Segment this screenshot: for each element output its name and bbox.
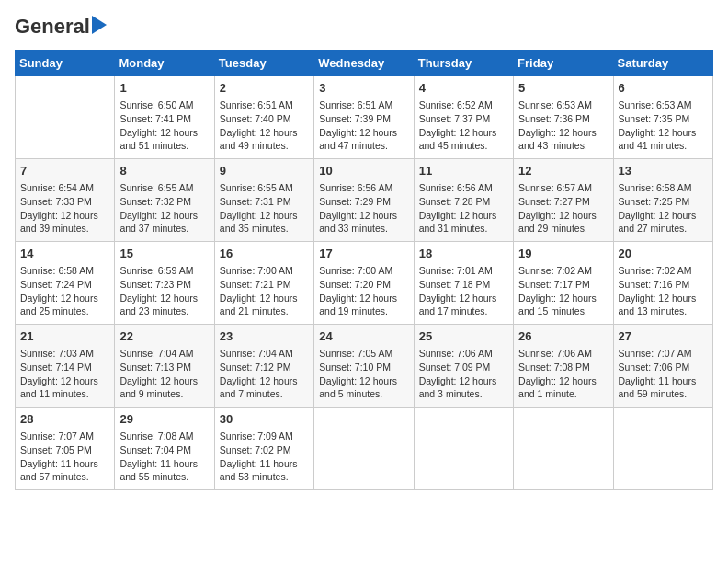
day-number: 15 — [119, 246, 209, 262]
calendar-cell: 8Sunrise: 6:55 AM Sunset: 7:32 PM Daylig… — [115, 159, 214, 242]
cell-info: Sunrise: 6:55 AM Sunset: 7:31 PM Dayligh… — [220, 181, 309, 236]
calendar-cell — [414, 408, 513, 490]
calendar-cell: 21Sunrise: 7:03 AM Sunset: 7:14 PM Dayli… — [16, 325, 115, 408]
calendar-table: SundayMondayTuesdayWednesdayThursdayFrid… — [15, 50, 713, 490]
cell-info: Sunrise: 6:57 AM Sunset: 7:27 PM Dayligh… — [518, 181, 608, 236]
cell-info: Sunrise: 6:51 AM Sunset: 7:39 PM Dayligh… — [319, 98, 408, 153]
cell-info: Sunrise: 7:04 AM Sunset: 7:13 PM Dayligh… — [119, 347, 209, 401]
cell-info: Sunrise: 6:58 AM Sunset: 7:24 PM Dayligh… — [20, 264, 109, 318]
calendar-cell: 3Sunrise: 6:51 AM Sunset: 7:39 PM Daylig… — [314, 76, 414, 159]
cell-info: Sunrise: 6:58 AM Sunset: 7:25 PM Dayligh… — [619, 181, 708, 236]
calendar-cell — [613, 408, 712, 490]
day-number: 9 — [220, 163, 309, 179]
calendar-cell: 2Sunrise: 6:51 AM Sunset: 7:40 PM Daylig… — [214, 76, 313, 159]
day-number: 11 — [419, 163, 508, 179]
day-number: 20 — [619, 246, 708, 262]
calendar-cell: 24Sunrise: 7:05 AM Sunset: 7:10 PM Dayli… — [314, 325, 414, 408]
day-number: 10 — [319, 163, 408, 179]
day-number: 18 — [419, 246, 508, 262]
day-header-sunday: Sunday — [16, 51, 115, 76]
cell-info: Sunrise: 6:50 AM Sunset: 7:41 PM Dayligh… — [119, 98, 209, 153]
calendar-cell: 11Sunrise: 6:56 AM Sunset: 7:28 PM Dayli… — [414, 159, 513, 242]
calendar-week-2: 7Sunrise: 6:54 AM Sunset: 7:33 PM Daylig… — [16, 159, 713, 242]
calendar-cell — [16, 76, 115, 159]
cell-info: Sunrise: 7:06 AM Sunset: 7:08 PM Dayligh… — [518, 347, 608, 401]
calendar-cell: 12Sunrise: 6:57 AM Sunset: 7:27 PM Dayli… — [514, 159, 613, 242]
cell-info: Sunrise: 7:06 AM Sunset: 7:09 PM Dayligh… — [419, 347, 508, 401]
calendar-cell: 27Sunrise: 7:07 AM Sunset: 7:06 PM Dayli… — [613, 325, 712, 408]
logo-arrow-icon — [92, 16, 107, 38]
calendar-week-4: 21Sunrise: 7:03 AM Sunset: 7:14 PM Dayli… — [16, 325, 713, 408]
day-header-monday: Monday — [115, 51, 214, 76]
cell-info: Sunrise: 7:09 AM Sunset: 7:02 PM Dayligh… — [220, 430, 309, 484]
day-header-wednesday: Wednesday — [314, 51, 414, 76]
calendar-cell: 23Sunrise: 7:04 AM Sunset: 7:12 PM Dayli… — [214, 325, 313, 408]
day-number: 5 — [518, 80, 608, 97]
day-number: 16 — [220, 246, 309, 262]
cell-info: Sunrise: 7:08 AM Sunset: 7:04 PM Dayligh… — [119, 430, 209, 484]
calendar-cell: 19Sunrise: 7:02 AM Sunset: 7:17 PM Dayli… — [514, 242, 613, 325]
day-number: 17 — [319, 246, 408, 262]
day-number: 23 — [220, 328, 309, 345]
cell-info: Sunrise: 6:53 AM Sunset: 7:36 PM Dayligh… — [518, 98, 608, 153]
logo: General — [15, 15, 107, 39]
calendar-cell: 28Sunrise: 7:07 AM Sunset: 7:05 PM Dayli… — [16, 408, 115, 490]
day-number: 1 — [119, 80, 209, 97]
cell-info: Sunrise: 6:54 AM Sunset: 7:33 PM Dayligh… — [20, 181, 109, 236]
cell-info: Sunrise: 6:51 AM Sunset: 7:40 PM Dayligh… — [220, 98, 309, 153]
calendar-cell: 16Sunrise: 7:00 AM Sunset: 7:21 PM Dayli… — [214, 242, 313, 325]
day-number: 14 — [20, 246, 109, 262]
calendar-week-1: 1Sunrise: 6:50 AM Sunset: 7:41 PM Daylig… — [16, 76, 713, 159]
page-header: General — [15, 15, 713, 39]
calendar-cell: 13Sunrise: 6:58 AM Sunset: 7:25 PM Dayli… — [613, 159, 712, 242]
cell-info: Sunrise: 7:00 AM Sunset: 7:20 PM Dayligh… — [319, 264, 408, 318]
calendar-cell: 15Sunrise: 6:59 AM Sunset: 7:23 PM Dayli… — [115, 242, 214, 325]
cell-info: Sunrise: 7:07 AM Sunset: 7:06 PM Dayligh… — [619, 347, 708, 401]
cell-info: Sunrise: 7:01 AM Sunset: 7:18 PM Dayligh… — [419, 264, 508, 318]
cell-info: Sunrise: 7:02 AM Sunset: 7:16 PM Dayligh… — [619, 264, 708, 318]
day-header-saturday: Saturday — [613, 51, 712, 76]
day-number: 27 — [619, 328, 708, 345]
day-number: 25 — [419, 328, 508, 345]
logo-general: General — [15, 15, 90, 39]
day-number: 2 — [220, 80, 309, 97]
day-number: 22 — [119, 328, 209, 345]
calendar-cell: 14Sunrise: 6:58 AM Sunset: 7:24 PM Dayli… — [16, 242, 115, 325]
calendar-cell: 30Sunrise: 7:09 AM Sunset: 7:02 PM Dayli… — [214, 408, 313, 490]
calendar-cell: 22Sunrise: 7:04 AM Sunset: 7:13 PM Dayli… — [115, 325, 214, 408]
calendar-cell: 7Sunrise: 6:54 AM Sunset: 7:33 PM Daylig… — [16, 159, 115, 242]
calendar-cell: 26Sunrise: 7:06 AM Sunset: 7:08 PM Dayli… — [514, 325, 613, 408]
calendar-cell — [314, 408, 414, 490]
calendar-cell: 10Sunrise: 6:56 AM Sunset: 7:29 PM Dayli… — [314, 159, 414, 242]
cell-info: Sunrise: 7:05 AM Sunset: 7:10 PM Dayligh… — [319, 347, 408, 401]
cell-info: Sunrise: 7:04 AM Sunset: 7:12 PM Dayligh… — [220, 347, 309, 401]
cell-info: Sunrise: 6:56 AM Sunset: 7:29 PM Dayligh… — [319, 181, 408, 236]
day-number: 12 — [518, 163, 608, 179]
day-header-friday: Friday — [514, 51, 613, 76]
cell-info: Sunrise: 7:07 AM Sunset: 7:05 PM Dayligh… — [20, 430, 109, 484]
calendar-week-3: 14Sunrise: 6:58 AM Sunset: 7:24 PM Dayli… — [16, 242, 713, 325]
calendar-cell — [514, 408, 613, 490]
cell-info: Sunrise: 6:53 AM Sunset: 7:35 PM Dayligh… — [619, 98, 708, 153]
day-number: 13 — [619, 163, 708, 179]
day-number: 8 — [119, 163, 209, 179]
cell-info: Sunrise: 7:03 AM Sunset: 7:14 PM Dayligh… — [20, 347, 109, 401]
calendar-cell: 17Sunrise: 7:00 AM Sunset: 7:20 PM Dayli… — [314, 242, 414, 325]
calendar-cell: 20Sunrise: 7:02 AM Sunset: 7:16 PM Dayli… — [613, 242, 712, 325]
day-number: 19 — [518, 246, 608, 262]
cell-info: Sunrise: 6:55 AM Sunset: 7:32 PM Dayligh… — [119, 181, 209, 236]
cell-info: Sunrise: 7:02 AM Sunset: 7:17 PM Dayligh… — [518, 264, 608, 318]
cell-info: Sunrise: 6:52 AM Sunset: 7:37 PM Dayligh… — [419, 98, 508, 153]
header-row: SundayMondayTuesdayWednesdayThursdayFrid… — [16, 51, 713, 76]
calendar-week-5: 28Sunrise: 7:07 AM Sunset: 7:05 PM Dayli… — [16, 408, 713, 490]
day-number: 29 — [119, 411, 209, 428]
day-header-thursday: Thursday — [414, 51, 513, 76]
cell-info: Sunrise: 7:00 AM Sunset: 7:21 PM Dayligh… — [220, 264, 309, 318]
day-number: 21 — [20, 328, 109, 345]
calendar-cell: 25Sunrise: 7:06 AM Sunset: 7:09 PM Dayli… — [414, 325, 513, 408]
cell-info: Sunrise: 6:59 AM Sunset: 7:23 PM Dayligh… — [119, 264, 209, 318]
day-number: 3 — [319, 80, 408, 97]
day-number: 24 — [319, 328, 408, 345]
calendar-cell: 4Sunrise: 6:52 AM Sunset: 7:37 PM Daylig… — [414, 76, 513, 159]
day-number: 26 — [518, 328, 608, 345]
